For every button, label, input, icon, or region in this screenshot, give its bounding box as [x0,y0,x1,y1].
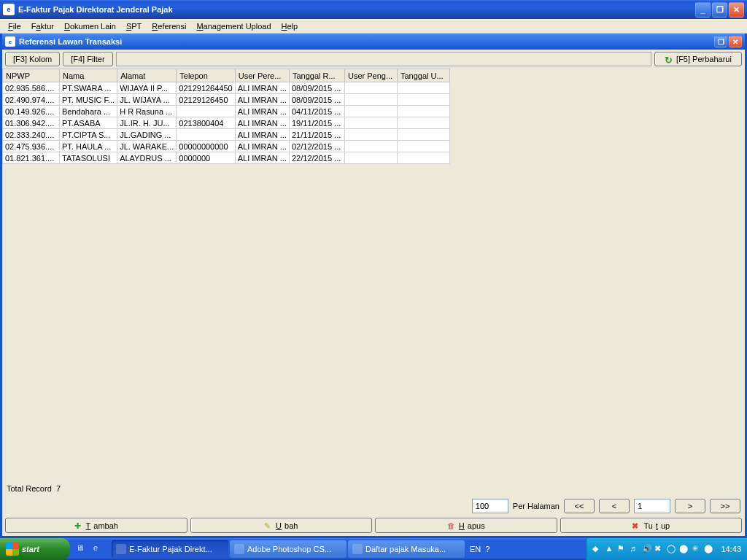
cell-userp[interactable]: ALI IMRAN ... [235,129,289,141]
taskbar-task[interactable]: Adobe Photoshop CS... [230,540,347,558]
menu-referensi[interactable]: Referensi [147,20,191,32]
cell-tglr[interactable]: 02/12/2015 ... [289,141,344,152]
cell-userp[interactable]: ALI IMRAN ... [235,117,289,129]
header-row[interactable]: NPWP Nama Alamat Telepon User Pere... Ta… [3,69,450,82]
page-input[interactable] [634,499,670,513]
clock[interactable]: 14:43 [721,545,741,553]
cell-tglr[interactable]: 22/12/2015 ... [289,152,344,164]
table-row[interactable]: 02.475.936....PT. HAULA ...JL. WARAKE...… [3,141,450,152]
cell-tglr[interactable]: 19/11/2015 ... [289,117,344,129]
table-row[interactable]: 02.333.240....PT.CIPTA S...JL.GADING ...… [3,129,450,141]
cell-nama[interactable]: PT.CIPTA S... [60,129,117,141]
table-row[interactable]: 01.821.361....TATASOLUSIALAYDRUS ...0000… [3,152,450,164]
cell-userpg[interactable] [344,117,397,129]
col-npwp[interactable]: NPWP [3,69,60,82]
cell-npwp[interactable]: 02.490.974.... [3,94,60,106]
cell-userpg[interactable] [344,82,397,94]
refresh-button[interactable]: [F5] Perbaharui [654,52,742,66]
table-row[interactable]: 02.935.586....PT.SWARA ...WIJAYA II P...… [3,82,450,94]
cell-nama[interactable]: Bendahara ... [60,106,117,117]
menu-spt[interactable]: SPT [121,20,147,32]
cell-userp[interactable]: ALI IMRAN ... [235,82,289,94]
inner-maximize-button[interactable]: ❐ [714,36,727,47]
cell-tglr[interactable]: 08/09/2015 ... [289,82,344,94]
close-button[interactable]: ✕ [729,2,744,18]
next-page-button[interactable]: > [675,499,705,513]
tray-icon[interactable]: ⚑ [617,544,627,554]
tray-icon[interactable]: 🔊 [642,544,652,554]
col-user-pengubah[interactable]: User Peng... [344,69,397,82]
cell-telepon[interactable]: 00000000000 [177,141,235,152]
menu-dokumen[interactable]: Dokumen Lain [59,20,121,32]
cell-nama[interactable]: TATASOLUSI [60,152,117,164]
menu-help[interactable]: Help [276,20,303,32]
ql-desktop-icon[interactable]: 🖥 [76,543,88,555]
cell-userpg[interactable] [344,94,397,106]
ubah-button[interactable]: Ubah [190,518,373,533]
cell-telepon[interactable]: 0213800404 [177,117,235,129]
cell-userp[interactable]: ALI IMRAN ... [235,106,289,117]
cell-npwp[interactable]: 02.333.240.... [3,129,60,141]
minimize-button[interactable]: _ [695,2,711,18]
tutup-button[interactable]: Tutup [560,518,743,533]
tray-icon[interactable]: ♬ [630,544,640,554]
cell-userp[interactable]: ALI IMRAN ... [235,94,289,106]
help-tray-icon[interactable]: ? [485,545,489,553]
cell-npwp[interactable]: 01.821.361.... [3,152,60,164]
cell-tglr[interactable]: 08/09/2015 ... [289,94,344,106]
cell-telepon[interactable]: 0000000 [177,152,235,164]
cell-nama[interactable]: PT. HAULA ... [60,141,117,152]
first-page-button[interactable]: << [564,499,595,513]
cell-alamat[interactable]: ALAYDRUS ... [117,152,177,164]
tray-icon[interactable]: ◯ [667,544,677,554]
cell-userpg[interactable] [344,152,397,164]
table-row[interactable]: 02.490.974....PT. MUSIC F...JL. WIJAYA .… [3,94,450,106]
cell-tglu[interactable] [397,129,449,141]
data-grid[interactable]: NPWP Nama Alamat Telepon User Pere... Ta… [2,69,450,164]
col-telepon[interactable]: Telepon [177,69,235,82]
prev-page-button[interactable]: < [599,499,630,513]
tray-icon[interactable]: ✖ [654,544,665,554]
cell-alamat[interactable]: WIJAYA II P... [117,82,177,94]
menu-management[interactable]: Management Upload [191,20,276,32]
table-row[interactable]: 01.306.942....PT.ASABAJL.IR. H. JU...021… [3,117,450,129]
cell-userpg[interactable] [344,106,397,117]
col-alamat[interactable]: Alamat [117,69,177,82]
taskbar-task[interactable]: E-Faktur Pajak Direkt... [112,540,228,558]
tray-icon[interactable]: ⬤ [704,544,714,554]
tray-icon[interactable]: ⬤ [679,544,689,554]
cell-alamat[interactable]: JL.IR. H. JU... [117,117,177,129]
tray-icon[interactable]: ☀ [692,544,702,554]
ql-ie-icon[interactable]: e [93,543,105,555]
col-user-perekam[interactable]: User Pere... [235,69,289,82]
hapus-button[interactable]: Hapus [375,518,557,533]
cell-tglu[interactable] [397,82,449,94]
cell-tglu[interactable] [397,152,449,164]
tambah-button[interactable]: Tambah [5,518,187,533]
cell-alamat[interactable]: JL. WIJAYA ... [117,94,177,106]
cell-telepon[interactable] [177,129,235,141]
cell-tglu[interactable] [397,117,449,129]
cell-nama[interactable]: PT.ASABA [60,117,117,129]
col-tanggal-rekam[interactable]: Tanggal R... [289,69,344,82]
perpage-input[interactable] [472,499,508,513]
cell-userp[interactable]: ALI IMRAN ... [235,141,289,152]
inner-close-button[interactable]: ✕ [729,36,742,47]
last-page-button[interactable]: >> [710,499,740,513]
tray-icon[interactable]: ◆ [592,544,603,554]
cell-npwp[interactable]: 02.475.936.... [3,141,60,152]
menu-file[interactable]: File [3,20,26,32]
cell-userpg[interactable] [344,129,397,141]
cell-tglu[interactable] [397,141,449,152]
filter-button[interactable]: [F4] Filter [63,52,112,66]
cell-nama[interactable]: PT.SWARA ... [60,82,117,94]
cell-alamat[interactable]: H R Rasuna ... [117,106,177,117]
start-button[interactable]: start [0,538,70,560]
taskbar-task[interactable]: Daftar pajak Masuka... [348,540,465,558]
cell-tglr[interactable]: 21/11/2015 ... [289,129,344,141]
cell-telepon[interactable]: 02129126450 [177,94,235,106]
cell-alamat[interactable]: JL.GADING ... [117,129,177,141]
cell-npwp[interactable]: 02.935.586.... [3,82,60,94]
cell-telepon[interactable]: 021291264450 [177,82,235,94]
cell-userp[interactable]: ALI IMRAN ... [235,152,289,164]
